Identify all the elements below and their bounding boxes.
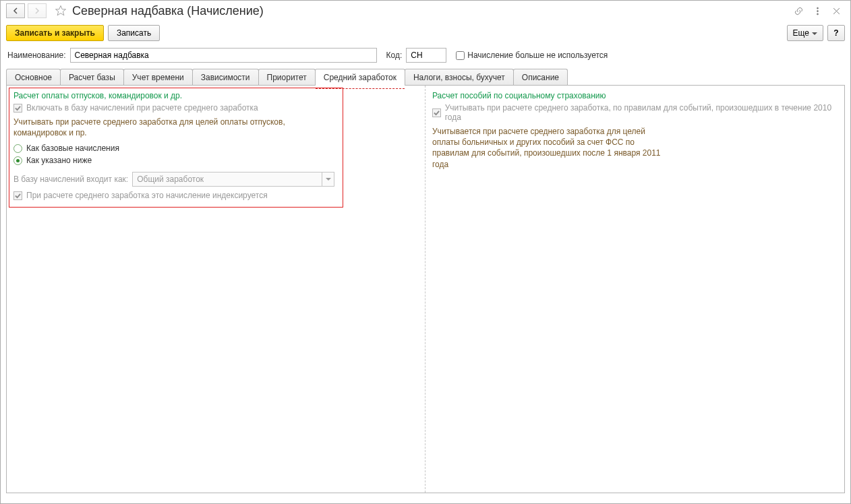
base-type-value: Общий заработок bbox=[137, 175, 204, 184]
base-type-label: В базу начислений входит как: bbox=[13, 175, 128, 184]
indexation-label: При расчете среднего заработка это начис… bbox=[26, 191, 268, 200]
help-button[interactable]: ? bbox=[827, 25, 845, 41]
right-section-title: Расчет пособий по социальному страховани… bbox=[432, 91, 838, 100]
not-used-checkbox[interactable]: Начисление больше не используется bbox=[456, 51, 608, 60]
favorite-star-icon[interactable] bbox=[53, 3, 68, 18]
radio-icon bbox=[13, 144, 22, 153]
tab-content: Расчет оплаты отпусков, командировок и д… bbox=[6, 85, 845, 493]
toolbar: Записать и закрыть Записать Еще ? bbox=[1, 22, 850, 46]
base-type-row: В базу начислений входит как: Общий зара… bbox=[13, 172, 418, 187]
radio-as-specified-label: Как указано ниже bbox=[26, 156, 92, 165]
tab-average-earnings[interactable]: Средний заработок bbox=[315, 69, 405, 86]
code-label: Код: bbox=[386, 51, 403, 60]
radio-icon-checked bbox=[13, 156, 22, 165]
name-label: Наименование: bbox=[7, 51, 66, 60]
tab-time-tracking[interactable]: Учет времени bbox=[123, 69, 193, 86]
tab-base-calc[interactable]: Расчет базы bbox=[60, 69, 124, 86]
more-button[interactable]: Еще bbox=[787, 25, 823, 41]
titlebar: Северная надбавка (Начисление) bbox=[1, 1, 850, 22]
include-social-checkbox: Учитывать при расчете среднего заработка… bbox=[432, 103, 838, 122]
radio-as-base[interactable]: Как базовые начисления bbox=[13, 144, 418, 153]
left-column: Расчет оплаты отпусков, командировок и д… bbox=[7, 86, 426, 493]
tab-priority[interactable]: Приоритет bbox=[258, 69, 316, 86]
code-input[interactable] bbox=[406, 48, 446, 63]
save-and-close-button[interactable]: Записать и закрыть bbox=[6, 25, 104, 41]
svg-point-0 bbox=[817, 7, 818, 9]
tab-strip: Основное Расчет базы Учет времени Зависи… bbox=[6, 69, 845, 86]
left-note: Учитывать при расчете среднего заработка… bbox=[13, 117, 297, 138]
radio-as-base-label: Как базовые начисления bbox=[26, 144, 119, 153]
checkbox-icon bbox=[13, 104, 22, 113]
radio-as-specified[interactable]: Как указано ниже bbox=[13, 156, 418, 165]
include-in-base-checkbox: Включать в базу начислений при расчете с… bbox=[13, 103, 418, 113]
save-button[interactable]: Записать bbox=[108, 25, 160, 41]
not-used-label: Начисление больше не используется bbox=[467, 51, 608, 60]
checkbox-icon bbox=[432, 108, 441, 117]
tab-description[interactable]: Описание bbox=[513, 69, 568, 86]
kebab-menu-icon[interactable] bbox=[811, 5, 823, 17]
checkbox-icon bbox=[13, 191, 22, 200]
left-section-title: Расчет оплаты отпусков, командировок и д… bbox=[13, 91, 418, 100]
header-fields: Наименование: Код: Начисление больше не … bbox=[1, 46, 850, 68]
tab-taxes[interactable]: Налоги, взносы, бухучет bbox=[405, 69, 514, 86]
window-title: Северная надбавка (Начисление) bbox=[72, 4, 264, 18]
nav-forward-button[interactable] bbox=[28, 3, 47, 18]
close-icon[interactable] bbox=[830, 5, 842, 17]
not-used-checkbox-input[interactable] bbox=[456, 51, 465, 60]
link-icon[interactable] bbox=[792, 5, 804, 17]
right-note: Учитывается при расчете среднего заработ… bbox=[432, 126, 662, 170]
right-column: Расчет пособий по социальному страховани… bbox=[426, 86, 844, 493]
tab-main[interactable]: Основное bbox=[6, 69, 61, 86]
base-type-select[interactable]: Общий заработок bbox=[132, 172, 334, 187]
include-in-base-label: Включать в базу начислений при расчете с… bbox=[26, 103, 258, 113]
chevron-down-icon bbox=[322, 172, 334, 186]
nav-back-button[interactable] bbox=[6, 3, 25, 18]
name-input[interactable] bbox=[70, 48, 377, 63]
include-social-label: Учитывать при расчете среднего заработка… bbox=[445, 103, 838, 122]
indexation-checkbox: При расчете среднего заработка это начис… bbox=[13, 191, 418, 200]
svg-point-2 bbox=[817, 13, 818, 14]
svg-point-1 bbox=[817, 10, 818, 11]
tab-dependencies[interactable]: Зависимости bbox=[192, 69, 259, 86]
